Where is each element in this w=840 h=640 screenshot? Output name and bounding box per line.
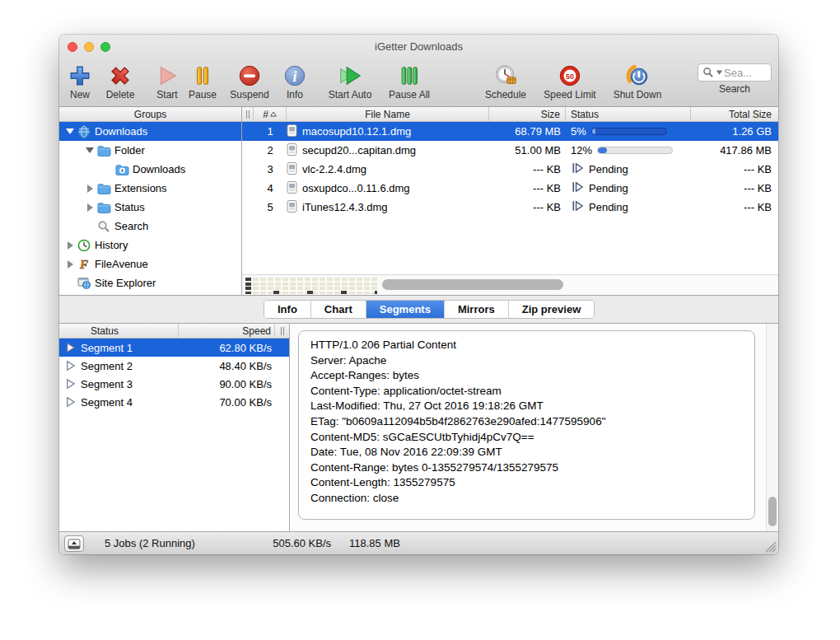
file-icon bbox=[287, 200, 297, 215]
horizontal-scrollbar-thumb[interactable] bbox=[382, 279, 563, 290]
file-icon bbox=[287, 162, 297, 177]
titlebar[interactable]: iGetter Downloads bbox=[59, 35, 778, 59]
sort-asc-icon bbox=[270, 112, 277, 117]
segments-table-header: Status Speed bbox=[59, 324, 289, 339]
download-row[interactable]: 4 osxupdco...0.11.6.dmg --- KB Pending -… bbox=[242, 179, 778, 198]
column-header-total[interactable]: Total Size bbox=[691, 107, 778, 121]
file-icon bbox=[287, 181, 297, 196]
tab-info[interactable]: Info bbox=[264, 301, 311, 318]
segment-row[interactable]: Segment 1 62.80 KB/s bbox=[59, 339, 289, 357]
window-chrome: iGetter Downloads New Delete Start bbox=[59, 35, 778, 107]
chevron-down-icon bbox=[716, 70, 722, 75]
column-header-size[interactable]: Size bbox=[489, 107, 566, 121]
sidebar-item-fileavenue[interactable]: F FileAvenue bbox=[59, 255, 241, 273]
double-play-icon bbox=[318, 62, 382, 89]
tab-segments[interactable]: Segments bbox=[366, 301, 445, 318]
disclosure-expanded-icon[interactable] bbox=[84, 147, 96, 153]
top-panes: Groups Downloads Folder Do bbox=[59, 107, 778, 295]
column-header-status[interactable]: Status bbox=[566, 107, 691, 121]
segment-row[interactable]: Segment 3 90.00 KB/s bbox=[59, 375, 289, 393]
column-header-status[interactable]: Status bbox=[59, 324, 179, 338]
http-headers-box: HTTP/1.0 206 Partial Content Server: Apa… bbox=[298, 330, 755, 520]
column-header-name[interactable]: File Name bbox=[287, 107, 489, 121]
vertical-scrollbar-thumb[interactable] bbox=[768, 497, 777, 526]
detail-tabs: Info Chart Segments Mirrors Zip preview bbox=[264, 300, 595, 319]
start-auto-button[interactable]: Start Auto bbox=[318, 62, 382, 100]
groups-header[interactable]: Groups bbox=[59, 107, 241, 122]
svg-text:F: F bbox=[79, 258, 88, 271]
pane-splitter-handle[interactable] bbox=[242, 107, 254, 121]
tab-chart[interactable]: Chart bbox=[311, 301, 366, 318]
groups-tree: Downloads Folder Downloads Extens bbox=[59, 122, 241, 295]
pending-icon bbox=[571, 180, 584, 196]
panel-toggle-icon bbox=[68, 539, 81, 549]
progress-bar bbox=[591, 128, 667, 135]
folder-icon bbox=[96, 183, 112, 194]
pause-all-icon bbox=[377, 62, 441, 89]
disclosure-collapsed-icon[interactable] bbox=[84, 185, 96, 193]
download-row[interactable]: 1 macosupd10.12.1.dmg 68.79 MB 5% 1.26 G… bbox=[242, 122, 778, 141]
search-input[interactable] bbox=[724, 67, 767, 79]
shut-down-button[interactable]: Shut Down bbox=[605, 62, 670, 100]
search-label: Search bbox=[698, 83, 772, 95]
sidebar-item-extensions[interactable]: Extensions bbox=[59, 179, 241, 198]
vertical-scrollbar[interactable] bbox=[766, 324, 778, 531]
http-headers-pane: HTTP/1.0 206 Partial Content Server: Apa… bbox=[290, 324, 778, 531]
segment-row[interactable]: Segment 2 48.40 KB/s bbox=[59, 357, 289, 375]
tab-zip-preview[interactable]: Zip preview bbox=[509, 301, 595, 318]
segments-pane: Status Speed Segment 1 62.80 KB/s Segmen… bbox=[59, 324, 290, 531]
bottom-panes: Status Speed Segment 1 62.80 KB/s Segmen… bbox=[59, 324, 778, 531]
column-header-num[interactable]: # bbox=[254, 107, 287, 121]
file-icon bbox=[287, 143, 297, 158]
speed-limit-button[interactable]: 50 Speed Limit bbox=[538, 62, 602, 100]
column-header-speed[interactable]: Speed bbox=[179, 324, 275, 338]
segment-row[interactable]: Segment 4 70.00 KB/s bbox=[59, 393, 289, 411]
fileavenue-icon: F bbox=[76, 258, 92, 271]
site-explorer-icon bbox=[76, 277, 92, 289]
magnifier-icon bbox=[96, 220, 112, 233]
app-window: iGetter Downloads New Delete Start bbox=[59, 35, 778, 554]
clock-icon bbox=[474, 62, 538, 89]
sidebar-item-status[interactable]: Status bbox=[59, 198, 241, 217]
segment-map bbox=[245, 278, 377, 294]
segment-play-icon bbox=[59, 341, 81, 354]
svg-text:50: 50 bbox=[566, 72, 574, 80]
disclosure-collapsed-icon[interactable] bbox=[64, 241, 76, 250]
disclosure-collapsed-icon[interactable] bbox=[84, 203, 96, 212]
sidebar-item-search[interactable]: Search bbox=[59, 217, 241, 236]
sidebar-item-folder[interactable]: Folder bbox=[59, 141, 241, 160]
search-field[interactable] bbox=[698, 63, 772, 82]
segment-play-icon bbox=[59, 395, 81, 409]
speed-limit-sign-icon: 50 bbox=[538, 62, 602, 89]
pane-splitter-handle[interactable] bbox=[275, 324, 289, 338]
status-bar: 5 Jobs (2 Running) 505.60 KB/s 118.85 MB bbox=[59, 531, 778, 554]
svg-text:i: i bbox=[293, 68, 297, 84]
tab-mirrors[interactable]: Mirrors bbox=[445, 301, 509, 318]
sidebar-item-history[interactable]: History bbox=[59, 236, 241, 255]
zoom-button[interactable] bbox=[100, 42, 110, 52]
close-button[interactable] bbox=[68, 42, 77, 52]
segment-play-icon bbox=[59, 377, 81, 390]
disclosure-expanded-icon[interactable] bbox=[64, 128, 76, 134]
download-row[interactable]: 3 vlc-2.2.4.dmg --- KB Pending --- KB bbox=[242, 160, 778, 179]
groups-sidebar: Groups Downloads Folder Do bbox=[59, 107, 242, 295]
horizontal-scrollbar[interactable] bbox=[242, 274, 778, 295]
toggle-detail-pane-button[interactable] bbox=[64, 535, 84, 552]
sidebar-item-site-explorer[interactable]: Site Explorer bbox=[59, 273, 241, 292]
traffic-lights bbox=[68, 42, 110, 52]
power-icon bbox=[605, 62, 670, 89]
sidebar-item-downloads-folder[interactable]: Downloads bbox=[59, 160, 241, 179]
progress-bar bbox=[597, 147, 673, 154]
schedule-button[interactable]: Schedule bbox=[474, 62, 538, 100]
disclosure-collapsed-icon[interactable] bbox=[64, 260, 76, 269]
download-row[interactable]: 5 iTunes12.4.3.dmg --- KB Pending --- KB bbox=[242, 198, 778, 217]
file-icon bbox=[287, 124, 297, 139]
pause-all-button[interactable]: Pause All bbox=[377, 62, 441, 100]
globe-icon bbox=[76, 125, 92, 138]
minimize-button[interactable] bbox=[84, 42, 94, 52]
segment-play-icon bbox=[59, 359, 81, 372]
sidebar-item-downloads[interactable]: Downloads bbox=[59, 122, 241, 141]
resize-grip[interactable] bbox=[765, 541, 777, 553]
downloads-table: # File Name Size Status Total Size 1 mac… bbox=[242, 107, 778, 295]
download-row[interactable]: 2 secupd20...capitan.dmg 51.00 MB 12% 41… bbox=[242, 141, 778, 160]
